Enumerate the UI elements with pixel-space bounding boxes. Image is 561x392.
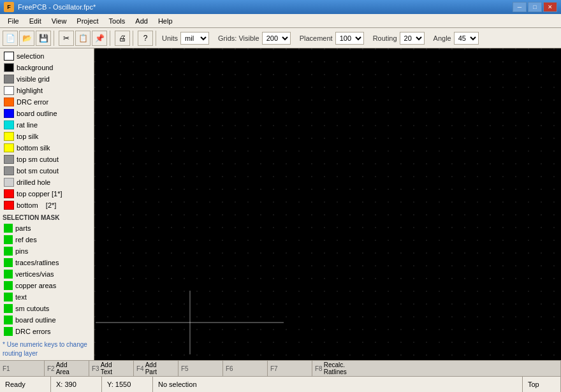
print-button[interactable]: 🖨 [115,31,130,46]
fkey-f3[interactable]: F3 Add Text [89,361,134,376]
color-item-highlight[interactable]: highlight [3,85,91,96]
status-y: Y: 1550 [102,377,153,392]
paste-button[interactable]: 📌 [92,31,107,46]
mask-label-ref-des: ref des [15,236,37,243]
fkey-f2-num: F2 [47,365,55,372]
open-button[interactable]: 📂 [19,31,34,46]
color-label-top-silk: top silk [17,133,38,140]
menu-item-help[interactable]: Help [153,16,178,26]
fkey-f2-label: Add Area [56,361,69,375]
status-selection-text: No selection [158,381,197,388]
fkey-f5[interactable]: F5 [178,361,223,376]
grids-select[interactable]: 200 100 50 [262,32,291,45]
color-item-background[interactable]: background [3,62,91,73]
sep3 [133,31,135,46]
fkey-f2[interactable]: F2 Add Area [45,361,89,376]
mask-text[interactable]: text [3,292,91,302]
color-box-bottom-silk [4,143,14,152]
title-bar: F FreePCB - Oscillator.fpc* ─ □ ✕ [0,0,561,14]
close-button[interactable]: ✕ [543,2,557,12]
color-item-rat-line[interactable]: rat line [3,120,91,130]
maximize-button[interactable]: □ [528,2,542,12]
copy-button[interactable]: 📋 [75,31,91,46]
fkey-f4-num: F4 [136,365,144,372]
mask-drc-errors[interactable]: DRC errors [3,326,91,337]
color-item-bot-sm[interactable]: bot sm cutout [3,166,91,176]
svg-rect-2 [94,48,561,360]
placement-label: Placement [300,34,333,42]
mask-vertices[interactable]: vertices/vias [3,269,91,279]
status-bar: Ready X: 390 Y: 1550 No selection Top [0,376,561,392]
fkey-f5-num: F5 [181,365,189,372]
mask-parts[interactable]: parts [3,223,91,233]
color-label-top-sm: top sm cutout [17,156,59,163]
units-select[interactable]: mil mm [180,32,209,45]
color-box-drilled-hole [4,178,14,187]
fkey-f6-num: F6 [226,365,233,372]
mask-box-parts [4,224,13,233]
menu-bar: FileEditViewProjectToolsAddHelp [0,14,561,28]
sep1 [54,31,56,46]
mask-label-board-outline: board outline [15,316,56,324]
canvas-area[interactable] [94,48,561,360]
routing-select[interactable]: 20 10 [400,32,425,45]
color-item-visible-grid[interactable]: visible grid [3,74,91,84]
menu-item-file[interactable]: File [3,16,24,26]
selection-mask-title: SELECTION MASK [3,214,91,221]
minimize-button[interactable]: ─ [513,2,527,12]
help-button[interactable]: ? [138,31,153,46]
color-box-bot-sm [4,166,14,175]
menu-item-view[interactable]: View [47,16,72,26]
pcb-canvas [94,48,561,360]
mask-label-copper: copper areas [15,282,56,289]
menu-item-project[interactable]: Project [71,16,103,26]
window-controls: ─ □ ✕ [513,2,557,12]
mask-box-ref-des [4,235,13,244]
mask-pins[interactable]: pins [3,246,91,256]
units-label: Units [162,34,178,42]
toolbar: 📄 📂 💾 ✂ 📋 📌 🖨 ? Units mil mm Grids: Visi… [0,28,561,48]
mask-ref-des[interactable]: ref des [3,235,91,245]
placement-select[interactable]: 100 50 [335,32,364,45]
color-item-board-outline[interactable]: board outline [3,108,91,119]
grids-label: Grids: Visible [218,34,259,42]
angle-select[interactable]: 45 90 [454,32,479,45]
save-button[interactable]: 💾 [36,31,51,46]
color-item-drc-error[interactable]: DRC error [3,97,91,107]
mask-traces[interactable]: traces/ratlines [3,258,91,268]
color-item-drilled-hole[interactable]: drilled hole [3,177,91,187]
fkey-f1-num: F1 [3,365,10,372]
color-item-bottom[interactable]: bottom [2*] [3,200,91,210]
fkey-f8[interactable]: F8 Recalc. Ratlines [312,361,561,376]
mask-copper[interactable]: copper areas [3,280,91,291]
sep4 [156,31,158,46]
color-box-top-sm [4,155,14,164]
fkey-f4[interactable]: F4 Add Part [134,361,178,376]
menu-item-add[interactable]: Add [130,16,153,26]
color-box-drc-error [4,98,14,106]
fkey-f7[interactable]: F7 [268,361,312,376]
color-item-top-sm[interactable]: top sm cutout [3,154,91,164]
menu-item-tools[interactable]: Tools [104,16,131,26]
cut-button[interactable]: ✂ [59,31,74,46]
color-item-selection[interactable]: selection [3,51,91,61]
color-item-top-copper[interactable]: top copper [1*] [3,189,91,199]
new-button[interactable]: 📄 [3,31,18,46]
color-box-top-copper [4,189,14,198]
color-label-rat-line: rat line [17,121,38,129]
color-label-drc-error: DRC error [17,98,48,106]
mask-label-drc-errors: DRC errors [15,328,51,335]
mask-board-outline[interactable]: board outline [3,315,91,325]
fkey-f6[interactable]: F6 [223,361,268,376]
sidebar: selection background visible grid highli… [0,48,94,360]
color-label-board-outline: board outline [17,110,57,117]
menu-item-edit[interactable]: Edit [24,16,47,26]
color-item-top-silk[interactable]: top silk [3,131,91,142]
color-label-highlight: highlight [17,87,43,94]
status-y-text: Y: 1550 [107,381,131,388]
fkey-f7-num: F7 [270,365,278,372]
mask-box-text [4,293,13,301]
color-item-bottom-silk[interactable]: bottom silk [3,143,91,153]
mask-sm-cutouts[interactable]: sm cutouts [3,303,91,314]
fkey-f1[interactable]: F1 [0,361,45,376]
